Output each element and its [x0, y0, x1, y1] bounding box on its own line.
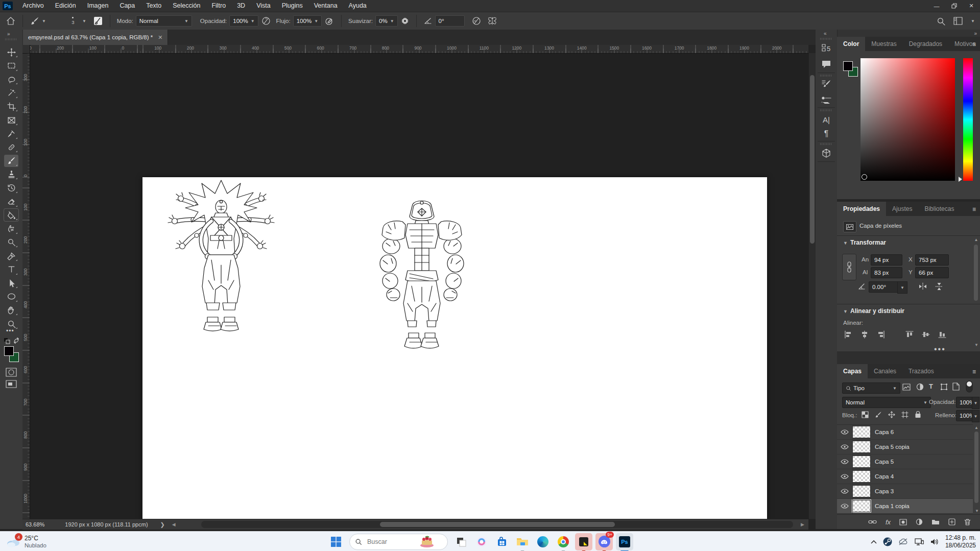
swap-colors-icon[interactable] — [13, 337, 20, 344]
tray-clock[interactable]: 12:48 p. m. 18/06/2025 — [945, 534, 976, 549]
color-panel-menu-icon[interactable]: ≡ — [972, 41, 976, 48]
layer-visibility-icon[interactable] — [837, 504, 852, 509]
discord-button[interactable]: 9+ — [595, 533, 613, 550]
tab-close-icon[interactable]: ✕ — [158, 34, 162, 41]
eraser-tool[interactable] — [4, 196, 18, 208]
brush-angle-field[interactable]: 0° — [435, 15, 465, 27]
store-button[interactable] — [493, 533, 511, 550]
layer-thumbnail[interactable] — [852, 500, 871, 512]
home-icon[interactable] — [6, 17, 15, 25]
smoothing-select[interactable]: 0%▼ — [375, 15, 398, 27]
start-button[interactable] — [327, 533, 345, 550]
pressure-size-icon[interactable] — [472, 16, 481, 26]
tab-bibliotecas[interactable]: Bibliotecas — [918, 202, 960, 216]
transformar-title[interactable]: Transformar — [850, 239, 886, 246]
tab-trazados[interactable]: Trazados — [902, 364, 940, 378]
smudge-tool[interactable] — [4, 223, 18, 235]
filter-smart-object-icon[interactable] — [952, 382, 960, 391]
symmetry-butterfly-icon[interactable] — [487, 16, 497, 26]
hscroll-left-arrow[interactable]: ◀ — [172, 522, 176, 527]
menu-archivo[interactable]: Archivo — [17, 0, 50, 12]
properties-panel-menu-icon[interactable]: ≡ — [972, 206, 976, 213]
weather-widget[interactable]: 4 25°C Nublado — [5, 535, 46, 549]
layer-name[interactable]: Capa 3 — [875, 488, 894, 494]
history-brush-tool[interactable] — [4, 182, 18, 194]
menu-filtro[interactable]: Filtro — [206, 0, 231, 12]
canvas-horizontal-scrollbar[interactable] — [201, 521, 793, 528]
canvas-area[interactable] — [22, 45, 808, 519]
search-highlight-image[interactable] — [419, 536, 435, 548]
layer-row[interactable]: Capa 3 — [837, 484, 973, 499]
layer-thumbnail[interactable] — [852, 485, 871, 497]
panels-collapse-icon[interactable]: » — [974, 31, 977, 36]
toggle-brush-settings-icon[interactable] — [93, 16, 103, 26]
chrome-button[interactable] — [555, 533, 572, 550]
align-left-icon[interactable] — [844, 330, 852, 339]
quick-mask-icon[interactable] — [6, 368, 17, 377]
filter-pixel-layers-icon[interactable] — [902, 384, 911, 391]
lock-transparency-icon[interactable] — [862, 411, 869, 418]
lock-artboard-icon[interactable] — [901, 411, 909, 418]
paragraph-panel-icon[interactable]: ¶ — [820, 128, 832, 140]
edit-toolbar-icon[interactable]: ••• — [6, 327, 14, 334]
new-layer-icon[interactable] — [948, 518, 955, 525]
menu-edicion[interactable]: Edición — [50, 0, 82, 12]
layer-visibility-icon[interactable] — [837, 444, 852, 449]
search-input[interactable] — [366, 538, 419, 546]
layer-fill-chevron[interactable]: ▼ — [972, 410, 979, 422]
paint-bucket-tool[interactable] — [4, 209, 18, 221]
filter-shape-icon[interactable] — [940, 383, 948, 391]
rectangular-marquee-tool[interactable] — [4, 60, 18, 72]
canvas-vertical-scrollbar[interactable] — [808, 53, 816, 519]
color-field-cursor[interactable] — [862, 174, 867, 180]
hscroll-right-arrow[interactable]: ▶ — [801, 522, 804, 527]
character-panel-icon[interactable]: A| — [820, 113, 832, 126]
layer-name[interactable]: Capa 4 — [875, 473, 894, 480]
status-flyout-icon[interactable]: ❯ — [160, 521, 165, 528]
clone-stamp-tool[interactable] — [4, 168, 18, 180]
layer-name[interactable]: Capa 5 — [875, 459, 894, 465]
transformar-collapse-icon[interactable]: ▼ — [843, 241, 848, 246]
alinear-title[interactable]: Alinear y distribuir — [850, 307, 904, 315]
hand-tool[interactable] — [4, 304, 18, 316]
new-group-icon[interactable] — [931, 519, 940, 525]
object-selection-tool[interactable] — [4, 87, 18, 99]
layer-thumbnail[interactable] — [852, 441, 871, 453]
hue-slider[interactable] — [963, 58, 973, 181]
zoom-level[interactable]: 63.68% — [26, 521, 44, 528]
menu-seleccion[interactable]: Selección — [167, 0, 206, 12]
layer-name[interactable]: Capa 1 copia — [875, 503, 910, 509]
steam-tray-icon[interactable] — [883, 537, 892, 546]
y-field[interactable]: 66 px — [915, 267, 949, 278]
pressure-opacity-icon[interactable] — [261, 16, 271, 26]
color-field[interactable] — [861, 58, 955, 181]
properties-scrollbar[interactable]: ▲ ▼ — [973, 237, 979, 347]
panel-foreground-swatch[interactable] — [843, 61, 853, 71]
tab-canales[interactable]: Canales — [868, 364, 902, 378]
delete-layer-icon[interactable] — [964, 518, 971, 525]
layers-panel-menu-icon[interactable]: ≡ — [972, 368, 976, 375]
layer-filter-select[interactable]: Tipo ▼ — [842, 382, 900, 394]
frame-tool[interactable] — [4, 114, 18, 126]
default-colors-icon[interactable] — [4, 338, 10, 344]
layer-row[interactable]: Capa 5 — [837, 454, 973, 469]
layers-scrollbar[interactable]: ▲ ▼ — [973, 425, 979, 513]
workspace-switcher-icon[interactable] — [953, 17, 963, 25]
network-tray-icon[interactable] — [915, 538, 924, 546]
tray-chevron-icon[interactable] — [871, 540, 877, 544]
shape-tool[interactable] — [4, 291, 18, 303]
notes-app-button[interactable] — [575, 533, 592, 550]
toolbar-grip[interactable] — [5, 38, 17, 40]
height-field[interactable]: 83 px — [871, 267, 902, 278]
menu-plugins[interactable]: Plugins — [276, 0, 308, 12]
foreground-color-swatch[interactable] — [4, 346, 14, 356]
airbrush-icon[interactable] — [325, 16, 334, 26]
3d-panel-icon[interactable] — [820, 147, 832, 159]
layer-blend-mode-select[interactable]: Normal▼ — [842, 397, 931, 408]
layer-name[interactable]: Capa 5 copia — [875, 444, 910, 450]
rotation-chevron[interactable]: ▼ — [897, 281, 907, 294]
layer-row[interactable]: Capa 5 copia — [837, 440, 973, 454]
layer-style-icon[interactable]: fx — [886, 518, 891, 526]
history-panel-icon[interactable]: 5 — [820, 42, 832, 54]
edge-button[interactable] — [534, 533, 552, 550]
